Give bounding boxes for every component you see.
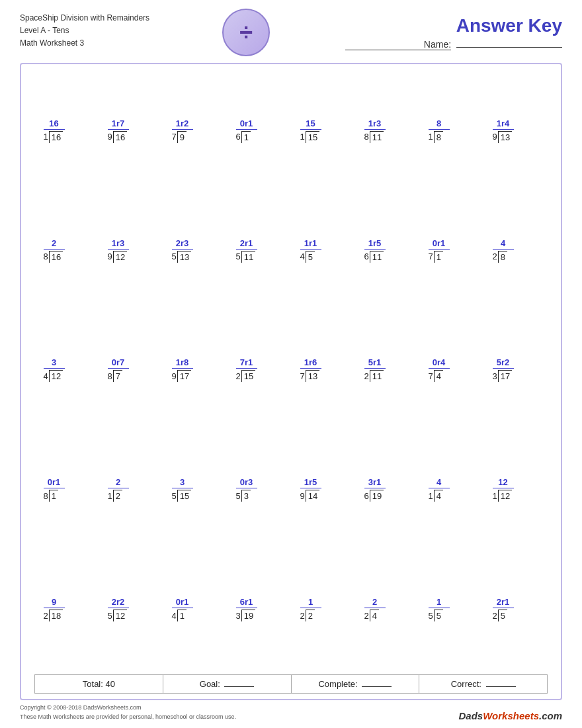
divisor: 8 [44,491,48,501]
problem-1-0: 2816 [44,238,90,263]
divisor-dividend: 18 [429,131,443,143]
problem-0-1: 1r7916 [108,118,154,143]
goal-label: Goal: [200,679,220,689]
divisor: 8 [364,132,369,142]
dividend: 8 [498,251,507,263]
dividend: 19 [241,610,255,621]
problem-row-3: 0r18121235150r3531r59143r161941412112 [34,472,548,507]
dividend: 9 [177,131,187,143]
dividend: 2 [306,610,315,621]
answer: 16 [44,118,65,130]
divisor-dividend: 513 [172,251,192,263]
divisor-dividend: 112 [493,490,513,502]
problem-2-7: 5r2317 [493,357,539,382]
divisor-dividend: 115 [300,131,320,143]
dividend: 8 [434,131,443,143]
divisor: 1 [108,491,112,501]
problems-area: 161161r79161r2790r161151151r38118181r491… [34,71,548,669]
answer: 1r3 [108,238,129,250]
answer: 1r8 [172,357,193,369]
divisor: 8 [108,371,112,381]
worksheet-box: 161161r79161r2790r161151151r38118181r491… [20,63,562,700]
answer: 12 [493,477,514,488]
divisor-dividend: 317 [493,370,513,382]
divisor: 7 [429,371,433,381]
divisor: 2 [44,611,48,621]
answer: 0r1 [44,477,65,488]
divisor: 7 [172,132,177,142]
divisor: 4 [44,371,48,381]
complete-fill [362,686,392,687]
dividend: 13 [306,370,319,382]
divisor: 5 [429,611,433,621]
divisor: 4 [172,611,177,621]
header-left: SpaceShip Division with Remainders Level… [20,12,149,50]
title-line1: SpaceShip Division with Remainders [20,12,149,24]
footer-score: Total: 40 Goal: Complete: Correct: [34,674,548,694]
problem-3-1: 212 [108,477,154,502]
problem-0-0: 16116 [44,118,90,143]
dividend: 5 [498,610,507,621]
answer: 1r5 [300,477,321,488]
divisor-dividend: 53 [236,490,251,502]
answer: 4 [429,477,450,488]
dividend: 16 [49,131,63,143]
answer: 2 [108,477,129,488]
answer: 4 [493,238,514,250]
divisor: 1 [429,491,433,501]
divisor: 9 [108,251,112,261]
divisor: 3 [493,371,497,381]
divisor-dividend: 916 [108,131,128,143]
name-field[interactable] [456,47,562,48]
dividend: 11 [241,251,255,263]
answer: 6r1 [236,597,257,608]
problem-3-4: 1r5914 [300,477,347,502]
divisor-dividend: 713 [300,370,320,382]
divisor-dividend: 81 [44,490,58,502]
dividend: 11 [370,370,384,382]
answer: 2r2 [108,597,129,608]
divisor: 9 [108,132,112,142]
problem-0-4: 15115 [300,118,347,143]
problem-2-6: 0r474 [429,357,475,382]
problem-4-4: 122 [300,597,347,621]
divisor: 5 [172,251,177,261]
divisor: 1 [493,491,497,501]
header-center: ÷ [222,9,270,56]
brand-dads: Dads [459,710,483,721]
divisor-dividend: 611 [364,251,384,263]
answer-key-label: Answer Key [343,15,562,36]
name-line: Name: [343,39,562,50]
divisor: 9 [172,371,177,381]
answer: 1r2 [172,118,193,130]
header: SpaceShip Division with Remainders Level… [20,12,562,56]
divisor-dividend: 74 [429,370,443,382]
dividend: 1 [434,251,443,263]
divisor-dividend: 61 [236,131,251,143]
divisor: 5 [236,251,241,261]
divisor-dividend: 215 [236,370,256,382]
divisor: 6 [236,132,241,142]
divisor: 2 [236,371,241,381]
dividend: 7 [113,370,122,382]
dividend: 14 [306,490,319,502]
divisor: 3 [236,611,241,621]
answer: 2 [364,597,386,608]
title-line3: Math Worksheet 3 [20,37,149,50]
copyright: Copyright © 2008-2018 DadsWorksheets.com… [20,704,562,721]
dividend: 15 [241,370,255,382]
divisor-dividend: 619 [364,490,384,502]
answer: 0r1 [172,597,193,608]
dividend: 17 [498,370,512,382]
problem-1-4: 1r145 [300,238,347,263]
problem-0-2: 1r279 [172,118,218,143]
problem-1-7: 428 [493,238,539,263]
divisor-dividend: 515 [172,490,192,502]
answer: 0r4 [429,357,450,369]
dividend: 18 [49,610,63,621]
answer: 3 [172,477,193,488]
divisor: 7 [429,251,433,261]
problem-3-5: 3r1619 [364,477,411,502]
problem-4-2: 0r141 [172,597,218,621]
problem-4-0: 9218 [44,597,90,621]
